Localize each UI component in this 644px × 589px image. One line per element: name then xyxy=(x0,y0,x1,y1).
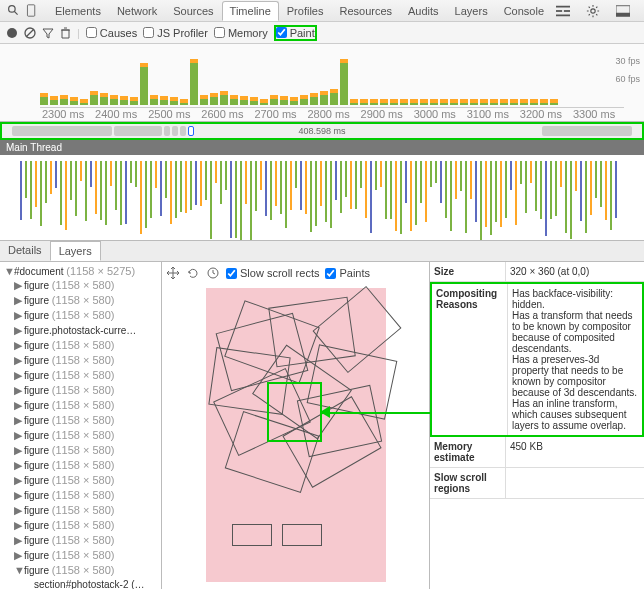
flame-chart[interactable] xyxy=(0,155,644,241)
filter-icon[interactable] xyxy=(42,27,54,39)
svg-point-10 xyxy=(7,28,17,38)
frame-bar xyxy=(70,97,78,105)
tab-layers[interactable]: Layers xyxy=(50,241,101,261)
frame-bar xyxy=(110,95,118,105)
paint-checkbox[interactable]: Paint xyxy=(274,25,317,41)
frame-bar xyxy=(310,93,318,105)
tree-row[interactable]: ▶figure (1158 × 580) xyxy=(0,368,161,383)
tab-layers[interactable]: Layers xyxy=(447,1,496,21)
tree-row[interactable]: ▶figure (1158 × 580) xyxy=(0,473,161,488)
tree-row[interactable]: section#photostack-2 (… xyxy=(0,577,161,589)
causes-checkbox[interactable]: Causes xyxy=(86,27,137,39)
tree-row[interactable]: ▼#document (1158 × 5275) xyxy=(0,264,161,278)
search-icon[interactable] xyxy=(6,2,21,20)
timeline-toolbar: | Causes JS Profiler Memory Paint xyxy=(0,22,644,44)
tab-profiles[interactable]: Profiles xyxy=(279,1,332,21)
frame-bar xyxy=(240,96,248,105)
memory-checkbox[interactable]: Memory xyxy=(214,27,268,39)
tree-row[interactable]: ▶figure.photostack-curre… xyxy=(0,323,161,338)
frame-bar xyxy=(450,99,458,105)
frame-bar xyxy=(530,99,538,105)
tree-row[interactable]: ▶figure (1158 × 580) xyxy=(0,443,161,458)
overview-ruler[interactable]: 408.598 ms xyxy=(0,122,644,140)
tab-audits[interactable]: Audits xyxy=(400,1,447,21)
frame-bar xyxy=(40,93,48,105)
frame-bar xyxy=(550,99,558,105)
tree-row[interactable]: ▼figure (1158 × 580) xyxy=(0,563,161,577)
frame-bar xyxy=(180,99,188,105)
frame-bar xyxy=(210,93,218,105)
panel-tabs: ElementsNetworkSourcesTimelineProfilesRe… xyxy=(47,1,552,21)
rotate-icon[interactable] xyxy=(186,266,200,280)
svg-rect-2 xyxy=(28,5,35,16)
tab-sources[interactable]: Sources xyxy=(165,1,221,21)
tree-row[interactable]: ▶figure (1158 × 580) xyxy=(0,353,161,368)
dock-icon[interactable] xyxy=(614,2,632,20)
frame-bar xyxy=(340,59,348,105)
frame-bar xyxy=(250,97,258,105)
frame-bar xyxy=(420,99,428,105)
gear-icon[interactable] xyxy=(584,2,602,20)
slow-rects-checkbox[interactable]: Slow scroll rects xyxy=(226,267,319,279)
frame-bar xyxy=(350,99,358,105)
frame-bar xyxy=(140,63,148,105)
frame-bar xyxy=(130,97,138,105)
tab-timeline[interactable]: Timeline xyxy=(222,1,279,21)
jsprofiler-checkbox[interactable]: JS Profiler xyxy=(143,27,208,39)
tree-row[interactable]: ▶figure (1158 × 580) xyxy=(0,413,161,428)
tree-row[interactable]: ▶figure (1158 × 580) xyxy=(0,503,161,518)
reset-icon[interactable] xyxy=(206,266,220,280)
frame-bar xyxy=(360,99,368,105)
tree-row[interactable]: ▶figure (1158 × 580) xyxy=(0,518,161,533)
frame-bar xyxy=(170,97,178,105)
frame-bar xyxy=(430,99,438,105)
frame-bar xyxy=(500,99,508,105)
svg-line-1 xyxy=(14,11,17,14)
frame-bar xyxy=(300,95,308,105)
prop-size: Size320 × 360 (at 0,0) xyxy=(430,262,644,282)
frame-bar xyxy=(60,95,68,105)
prop-slow-scroll: Slow scroll regions xyxy=(430,468,644,499)
prop-compositing-reasons: Compositing ReasonsHas backface-visibili… xyxy=(430,282,644,437)
tree-row[interactable]: ▶figure (1158 × 580) xyxy=(0,278,161,293)
svg-rect-4 xyxy=(564,10,570,12)
prop-memory: Memory estimate450 KB xyxy=(430,437,644,468)
drawer-icon[interactable] xyxy=(554,2,572,20)
frame-bar xyxy=(220,91,228,105)
tree-row[interactable]: ▶figure (1158 × 580) xyxy=(0,533,161,548)
tree-row[interactable]: ▶figure (1158 × 580) xyxy=(0,458,161,473)
svg-line-12 xyxy=(26,29,34,37)
tree-row[interactable]: ▶figure (1158 × 580) xyxy=(0,338,161,353)
tree-row[interactable]: ▶figure (1158 × 580) xyxy=(0,428,161,443)
frame-bar xyxy=(380,99,388,105)
tab-elements[interactable]: Elements xyxy=(47,1,109,21)
tree-row[interactable]: ▶figure (1158 × 580) xyxy=(0,293,161,308)
frame-bar xyxy=(150,95,158,105)
tree-row[interactable]: ▶figure (1158 × 580) xyxy=(0,488,161,503)
gc-icon[interactable] xyxy=(60,27,71,39)
clear-icon[interactable] xyxy=(24,27,36,39)
tab-console[interactable]: Console xyxy=(496,1,552,21)
pan-icon[interactable] xyxy=(166,266,180,280)
frame-bar xyxy=(440,99,448,105)
layer-tree[interactable]: ▼#document (1158 × 5275)▶figure (1158 × … xyxy=(0,262,162,589)
tree-row[interactable]: ▶figure (1158 × 580) xyxy=(0,308,161,323)
paints-checkbox[interactable]: Paints xyxy=(325,267,370,279)
frame-bar xyxy=(160,96,168,105)
tree-row[interactable]: ▶figure (1158 × 580) xyxy=(0,398,161,413)
layer-canvas[interactable]: Slow scroll rects Paints xyxy=(162,262,430,589)
device-icon[interactable] xyxy=(25,2,40,20)
tab-resources[interactable]: Resources xyxy=(331,1,400,21)
frame-bar xyxy=(80,99,88,105)
timeline-overview[interactable]: 30 fps 60 fps 2300 ms2400 ms2500 ms2600 … xyxy=(0,44,644,122)
frame-bar xyxy=(480,99,488,105)
tree-row[interactable]: ▶figure (1158 × 580) xyxy=(0,548,161,563)
record-icon[interactable] xyxy=(6,27,18,39)
svg-point-7 xyxy=(591,8,595,12)
tab-details[interactable]: Details xyxy=(0,241,50,261)
frame-bar xyxy=(270,95,278,105)
tab-network[interactable]: Network xyxy=(109,1,165,21)
tree-row[interactable]: ▶figure (1158 × 580) xyxy=(0,383,161,398)
layer-rect xyxy=(232,524,272,546)
frame-bar xyxy=(90,91,98,105)
